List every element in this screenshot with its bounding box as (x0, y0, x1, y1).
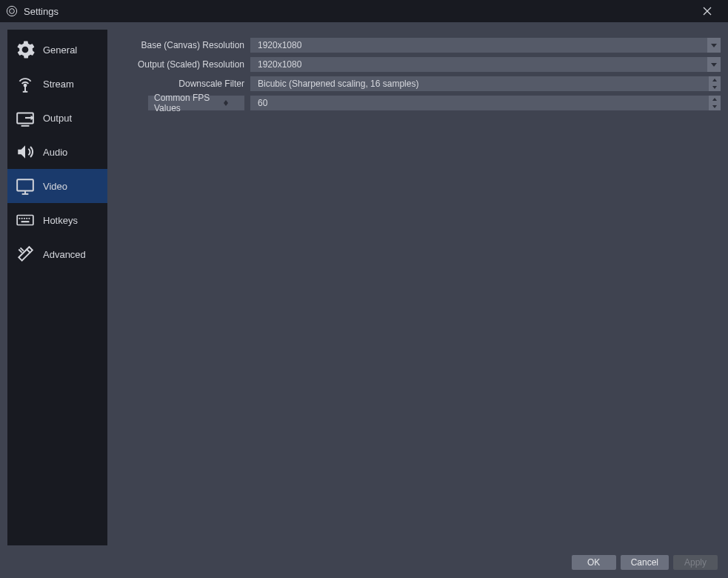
sidebar-item-label: Stream (43, 79, 74, 90)
dropdown-button[interactable] (707, 38, 721, 53)
fps-value: 60 (258, 98, 267, 108)
sidebar-item-video[interactable]: Video (7, 169, 107, 203)
downscale-filter-value: Bicubic (Sharpened scaling, 16 samples) (258, 79, 418, 89)
sidebar-item-stream[interactable]: Stream (7, 67, 107, 101)
window-close-button[interactable] (692, 0, 722, 22)
settings-sidebar: General Stream (7, 30, 107, 545)
main-area: General Stream (0, 22, 728, 553)
speaker-icon (15, 142, 36, 162)
sidebar-item-label: Output (43, 113, 72, 124)
output-resolution-value: 1920x1080 (258, 59, 301, 70)
downscale-filter-label: Downscale Filter (115, 79, 244, 89)
spinner-button[interactable] (709, 76, 721, 91)
sidebar-item-audio[interactable]: Audio (7, 135, 107, 169)
sidebar-item-label: Video (43, 181, 67, 192)
base-resolution-select[interactable]: 1920x1080 (250, 38, 721, 53)
output-resolution-label: Output (Scaled) Resolution (115, 59, 244, 70)
sidebar-item-output[interactable]: Output (7, 101, 107, 135)
chevron-up-icon (712, 79, 717, 82)
base-resolution-value: 1920x1080 (258, 40, 301, 50)
sidebar-item-hotkeys[interactable]: Hotkeys (7, 203, 107, 237)
chevron-up-icon (712, 98, 717, 101)
monitor-icon (15, 176, 36, 196)
chevron-down-icon (224, 103, 228, 106)
base-resolution-row: Base (Canvas) Resolution 1920x1080 (115, 37, 721, 53)
antenna-icon (15, 73, 36, 94)
spinner-button[interactable] (709, 96, 721, 110)
output-resolution-row: Output (Scaled) Resolution 1920x1080 (115, 56, 721, 73)
sidebar-item-advanced[interactable]: Advanced (7, 237, 107, 271)
window-title: Settings (24, 6, 59, 17)
chevron-down-icon (711, 63, 717, 67)
downscale-filter-row: Downscale Filter Bicubic (Sharpened scal… (115, 76, 721, 92)
tools-icon (15, 244, 36, 265)
gear-icon (15, 39, 36, 60)
sidebar-item-label: Hotkeys (43, 215, 78, 226)
output-icon (15, 107, 36, 128)
sidebar-item-general[interactable]: General (7, 33, 107, 67)
sidebar-item-label: Audio (43, 147, 67, 158)
chevron-down-icon (712, 86, 717, 89)
titlebar: Settings (0, 0, 728, 22)
fps-value-select[interactable]: 60 (250, 96, 721, 110)
chevron-down-icon (712, 105, 717, 108)
downscale-filter-select[interactable]: Bicubic (Sharpened scaling, 16 samples) (250, 76, 721, 91)
keyboard-icon (15, 210, 36, 230)
dialog-footer: OK Cancel Apply (0, 553, 728, 578)
apply-button: Apply (673, 555, 718, 570)
ok-button[interactable]: OK (572, 555, 616, 570)
spinner-button[interactable] (224, 100, 228, 106)
fps-mode-value: Common FPS Values (154, 93, 224, 113)
dropdown-button[interactable] (707, 57, 721, 72)
svg-rect-11 (17, 179, 33, 190)
output-resolution-select[interactable]: 1920x1080 (250, 57, 721, 72)
obs-app-icon (6, 5, 18, 17)
svg-rect-14 (17, 216, 33, 225)
fps-mode-select[interactable]: Common FPS Values (148, 96, 244, 110)
sidebar-item-label: General (43, 44, 77, 56)
base-resolution-label: Base (Canvas) Resolution (115, 40, 244, 50)
cancel-button[interactable]: Cancel (621, 555, 669, 570)
video-settings-panel: Base (Canvas) Resolution 1920x1080 Outpu… (115, 30, 721, 545)
svg-point-2 (11, 10, 13, 13)
svg-point-5 (24, 84, 27, 87)
sidebar-item-label: Advanced (43, 249, 86, 260)
fps-row: Common FPS Values 60 (115, 95, 721, 111)
chevron-down-icon (711, 44, 717, 47)
close-icon (703, 7, 712, 16)
